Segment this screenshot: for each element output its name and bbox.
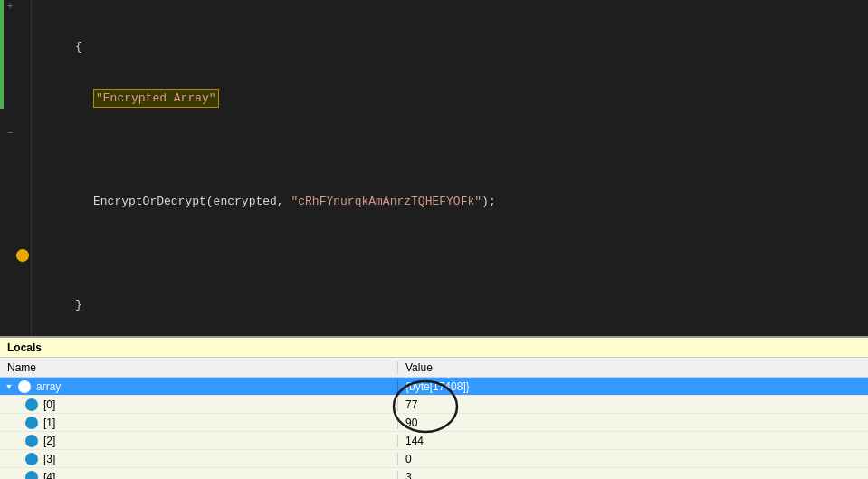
code-line	[39, 244, 868, 262]
expand-icon[interactable]: ▼	[4, 381, 14, 392]
code-line-string-box: "Encrypted Array"	[39, 90, 868, 107]
table-row-1[interactable]: [1] 90	[0, 414, 868, 432]
code-line	[39, 141, 868, 158]
var-value: {byte[17408]}	[398, 380, 868, 393]
code-editor: + − { "Encrypted Array" EncryptOrDecrypt…	[0, 0, 868, 336]
var-value: 0	[398, 453, 868, 465]
table-row-2[interactable]: [2] 144	[0, 432, 868, 450]
code-line: }	[39, 296, 868, 313]
column-header-value: Value	[398, 361, 868, 374]
green-indicator	[0, 0, 4, 109]
breakpoint-indicator	[16, 249, 29, 262]
var-name: [4]	[43, 471, 55, 480]
col-name-label: Name	[7, 361, 36, 374]
var-value: 90	[398, 417, 868, 429]
var-name: [1]	[43, 417, 55, 429]
code-line: {	[39, 38, 868, 55]
var-value: 3	[398, 471, 868, 480]
locals-header: Locals	[0, 338, 868, 358]
table-header-row: Name Value	[0, 358, 868, 378]
locals-title: Locals	[7, 341, 42, 354]
var-name: [2]	[43, 435, 55, 447]
locals-table: Name Value ▼ array {byte[17408]}	[0, 358, 868, 479]
var-value: 144	[398, 435, 868, 447]
table-row-array[interactable]: ▼ array {byte[17408]}	[0, 378, 868, 396]
code-line: EncryptOrDecrypt(encrypted, "cRhFYnurqkA…	[39, 193, 868, 210]
col-value-label: Value	[405, 361, 433, 374]
collapse-mid[interactable]: −	[7, 129, 13, 139]
var-value: 77	[398, 398, 868, 411]
var-name: array	[36, 380, 61, 393]
var-name: [3]	[43, 453, 55, 465]
table-row-4[interactable]: [4] 3	[0, 468, 868, 479]
locals-panel: Locals Name Value ▼ array {byte[17408]}	[0, 336, 868, 479]
var-name: [0]	[43, 398, 55, 411]
table-row-3[interactable]: [3] 0	[0, 450, 868, 468]
editor-gutter: + −	[0, 0, 32, 336]
code-lines: { "Encrypted Array" EncryptOrDecrypt(enc…	[32, 0, 868, 336]
collapse-top[interactable]: +	[7, 2, 13, 12]
column-header-name: Name	[0, 361, 398, 374]
table-row-0[interactable]: [0] 77	[0, 396, 868, 414]
